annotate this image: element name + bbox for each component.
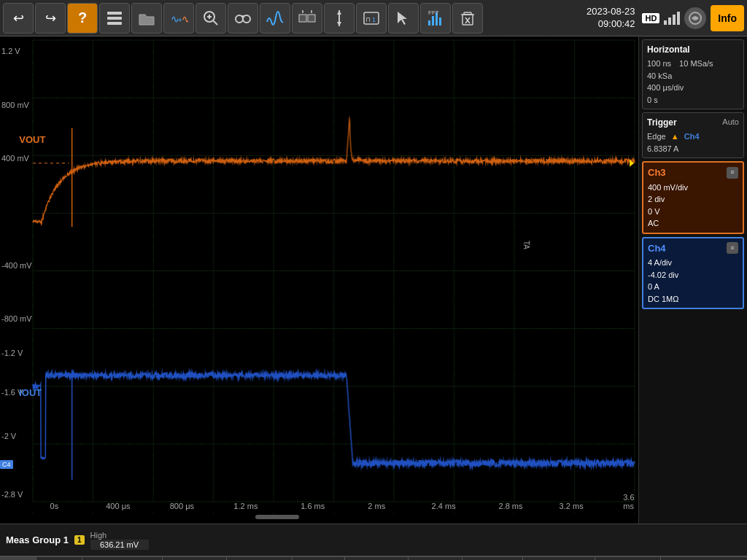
svg-rect-12 [241,15,244,18]
svg-rect-25 [432,16,434,26]
x-label-3v6ms: 3.6 ms [623,493,634,510]
menu-horizontal[interactable]: Horizontal [82,557,163,561]
horizontal-time-div: 400 μs/div [647,82,739,94]
ch3-box: Ch3 ≡ 400 mV/div 2 div 0 V AC [642,161,744,234]
vout-label: VOUT [19,134,45,145]
connectivity-icon [684,7,706,29]
meas-high-value: 636.21 mV [90,540,149,550]
ch4-offset: 0 A [648,281,738,293]
math-wave-button[interactable]: ∿ + ∿ [163,3,194,34]
y-label-400mv: 400 mV [1,154,29,163]
x-label-1v2ms: 1.2 ms [233,502,258,510]
delete-button[interactable] [452,3,483,34]
redo-button[interactable]: ↪ [35,3,66,34]
svg-marker-23 [398,12,407,25]
meas-high-label: High [90,531,149,540]
ch4-marker: C4 [0,460,13,469]
trigger-title: Trigger [647,116,677,129]
ta-label: TA [522,241,530,249]
arrow-cursor-button[interactable] [388,3,419,34]
svg-marker-18 [337,10,341,15]
svg-text:1: 1 [372,16,376,23]
menu-meas[interactable]: Meas [409,557,463,561]
trigger-level: 6.8387 A [647,143,739,155]
right-panel: Horizontal 100 ns 10 MSa/s 40 kSa 400 μs… [639,36,747,524]
svg-text:FFT: FFT [428,9,439,16]
horizontal-info-box: Horizontal 100 ns 10 MSa/s 40 kSa 400 μs… [642,39,744,109]
scope-scrollbar[interactable] [255,515,299,519]
ch4-amps-div: 4 A/div [648,257,738,269]
top-toolbar: ↩ ↪ ? ∿ + ∿ [0,0,747,36]
trigger-mode: Auto [722,116,739,131]
menu-grid-button[interactable] [0,557,36,561]
help-button[interactable]: ? [67,3,98,34]
ch3-menu-button[interactable]: ≡ [727,167,738,179]
x-label-0s: 0s [50,502,59,510]
ch4-menu-button[interactable]: ≡ [727,242,738,254]
trigger-type: Edge ▲ Ch4 [647,131,739,143]
ch3-coupling: AC [648,217,738,230]
ch3-volts-div: 400 mV/div [648,182,738,194]
info-button[interactable]: Info [711,5,744,31]
trigger-info-box: Trigger Auto Edge ▲ Ch4 6.8387 A [642,112,744,158]
spectrum-button[interactable]: FFT [420,3,451,34]
y-label-1v2: 1.2 V [1,47,20,55]
menu-masks[interactable]: Masks [462,557,523,561]
menu-analysis[interactable]: Analysis [523,557,595,561]
x-label-1v6ms: 1.6 ms [301,502,325,510]
svg-rect-27 [439,18,441,26]
ch4-coupling: DC 1MΩ [648,293,738,306]
x-label-2v4ms: 2.4 ms [432,502,456,510]
y-label-neg2v8: -2.8 V [1,490,23,499]
svg-rect-24 [428,20,430,26]
memory-button[interactable] [99,3,130,34]
ch4-div: -4.02 div [648,269,738,281]
svg-text:⊓: ⊓ [365,16,371,23]
zoom-button[interactable] [196,3,226,34]
y-label-neg1v2: -1.2 V [1,349,23,357]
open-button[interactable] [131,3,162,34]
menu-file[interactable]: File [36,557,82,561]
ch4-box: Ch4 ≡ 4 A/div -4.02 div 0 A DC 1MΩ [642,237,744,310]
ch4-name: Ch4 [648,241,666,256]
trigger-single-button[interactable]: ⊓ 1 [356,3,387,34]
meas-badge: 1 [74,535,85,545]
x-label-2ms: 2 ms [368,502,385,510]
signal-strength-icon [664,12,680,25]
hd-badge: HD [642,13,659,23]
ch3-name: Ch3 [648,166,666,180]
menu-trigger[interactable]: Trigger [163,557,227,561]
horizontal-delay: 0 s [647,94,739,106]
svg-rect-13 [299,15,306,22]
x-label-3v2ms: 3.2 ms [560,502,584,510]
ch3-offset: 0 V [648,206,738,218]
y-label-800mv: 800 mV [1,101,29,109]
svg-rect-1 [107,17,122,20]
x-label-2v8ms: 2.8 ms [498,502,522,510]
y-label-neg2v: -2 V [1,432,16,440]
menu-cursor[interactable]: Cursor [345,557,408,561]
horizontal-timebase: 100 ns 10 MSa/s [647,58,739,70]
meas-bar: Meas Group 1 1 High 636.21 mV [0,524,747,556]
x-label-400us: 400 μs [106,502,130,510]
svg-rect-2 [107,22,122,25]
horizontal-title: Horizontal [647,43,690,56]
meas-group-label: Meas Group 1 [6,534,69,545]
time-display: 09:00:42 [587,18,635,31]
y-label-neg400mv: -400 mV [1,261,32,270]
menu-vertical[interactable]: Vertical [227,557,293,561]
menu-bar: File Horizontal Trigger Vertical Math Cu… [0,556,747,560]
measure-button[interactable] [292,3,322,34]
binocular-button[interactable] [228,3,258,34]
cursor-button[interactable] [324,3,355,34]
svg-rect-0 [107,12,122,15]
scope-display[interactable]: 1.2 V 800 mV 400 mV -400 mV -800 mV -1.2… [0,36,639,524]
x-label-800us: 800 μs [170,502,194,510]
datetime-display: 2023-08-23 09:00:42 [587,6,638,31]
main-area: 1.2 V 800 mV 400 mV -400 mV -800 mV -1.2… [0,36,747,524]
horizontal-record: 40 kSa [647,70,739,82]
menu-math[interactable]: Math [293,557,345,561]
menu-display[interactable]: Display [595,557,661,561]
fft-wave-button[interactable] [260,3,290,34]
undo-button[interactable]: ↩ [3,3,34,34]
